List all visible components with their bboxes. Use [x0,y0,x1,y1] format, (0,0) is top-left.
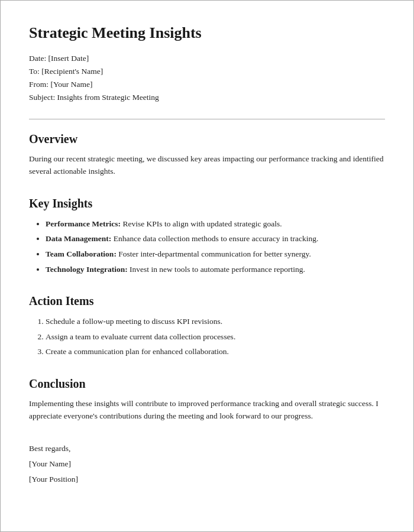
action-items-section: Action Items Schedule a follow-up meetin… [29,294,385,372]
closing-position: [Your Position] [29,475,385,484]
insight-bold-3: Team Collaboration: [46,249,117,258]
list-item: Performance Metrics: Revise KPIs to alig… [46,218,385,231]
overview-heading: Overview [29,132,385,146]
conclusion-section: Conclusion Implementing these insights w… [29,377,385,437]
document-container: Strategic Meeting Insights Date: [Insert… [0,0,414,532]
key-insights-section: Key Insights Performance Metrics: Revise… [29,197,385,290]
key-insights-list: Performance Metrics: Revise KPIs to alig… [46,218,385,275]
closing-regards: Best regards, [29,444,385,453]
overview-body: During our recent strategic meeting, we … [29,153,385,178]
insight-bold-4: Technology Integration: [46,265,128,274]
action-items-heading: Action Items [29,294,385,308]
insight-bold-1: Performance Metrics: [46,219,121,228]
list-item: Technology Integration: Invest in new to… [46,263,385,276]
meta-to: To: [Recipient's Name] [29,67,385,76]
action-item-1: Schedule a follow-up meeting to discuss … [46,317,222,326]
conclusion-body: Implementing these insights will contrib… [29,398,385,423]
insight-text-1: Revise KPIs to align with updated strate… [122,219,282,228]
action-items-list: Schedule a follow-up meeting to discuss … [46,315,385,358]
list-item: Assign a team to evaluate current data c… [46,330,385,343]
list-item: Schedule a follow-up meeting to discuss … [46,315,385,328]
document-title: Strategic Meeting Insights [29,24,385,42]
section-divider [29,119,385,119]
meta-date: Date: [Insert Date] [29,54,385,63]
list-item: Team Collaboration: Foster inter-departm… [46,248,385,261]
conclusion-heading: Conclusion [29,377,385,391]
action-item-3: Create a communication plan for enhanced… [46,347,229,356]
closing-name: [Your Name] [29,459,385,469]
overview-section: Overview During our recent strategic mee… [29,132,385,192]
insight-text-4: Invest in new tools to automate performa… [130,265,305,274]
insight-bold-2: Data Management: [46,234,111,243]
key-insights-heading: Key Insights [29,197,385,210]
meta-subject: Subject: Insights from Strategic Meeting [29,93,385,102]
insight-text-3: Foster inter-departmental communication … [118,249,311,258]
insight-text-2: Enhance data collection methods to ensur… [114,234,319,243]
meta-from: From: [Your Name] [29,80,385,89]
meta-block: Date: [Insert Date] To: [Recipient's Nam… [29,54,385,102]
list-item: Create a communication plan for enhanced… [46,345,385,358]
list-item: Data Management: Enhance data collection… [46,232,385,245]
closing-block: Best regards, [Your Name] [Your Position… [29,444,385,484]
action-item-2: Assign a team to evaluate current data c… [46,332,235,341]
